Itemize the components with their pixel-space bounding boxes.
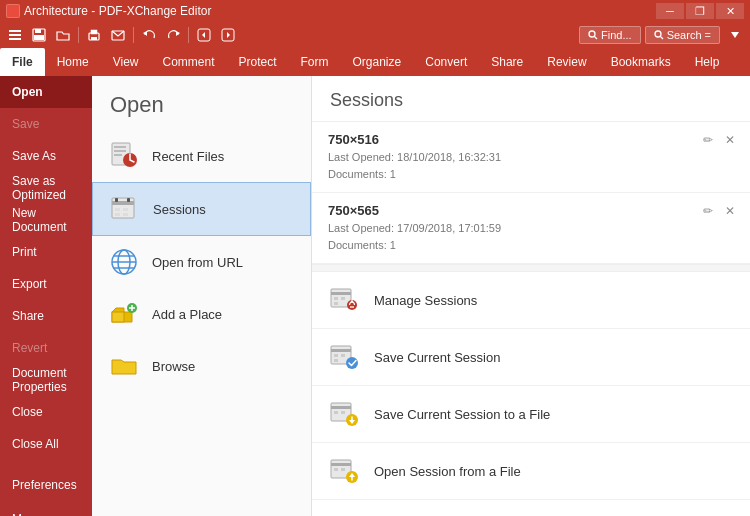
sidebar-item-save-as[interactable]: Save As (0, 140, 92, 172)
manage-sessions-action[interactable]: Manage Sessions (312, 272, 750, 329)
sessions-icon (109, 193, 141, 225)
session-item-1[interactable]: 750×516 Last Opened: 18/10/2018, 16:32:3… (312, 122, 750, 193)
sessions-title: Sessions (312, 76, 750, 122)
tab-comment[interactable]: Comment (150, 48, 226, 76)
tab-convert[interactable]: Convert (413, 48, 479, 76)
svg-rect-46 (341, 297, 345, 300)
svg-rect-1 (9, 34, 21, 36)
svg-rect-2 (9, 38, 21, 40)
tab-organize[interactable]: Organize (341, 48, 414, 76)
find-button[interactable]: Find... (579, 26, 641, 44)
nav-forward-button[interactable] (217, 25, 239, 45)
sidebar-item-share[interactable]: Share (0, 300, 92, 332)
quick-access-toolbar: Find... Search = (0, 22, 750, 48)
open-item-url[interactable]: Open from URL (92, 236, 311, 288)
minimize-button[interactable]: ─ (656, 3, 684, 19)
tab-bookmarks[interactable]: Bookmarks (599, 48, 683, 76)
title-bar: Architecture - PDF-XChange Editor ─ ❐ ✕ (0, 0, 750, 22)
sidebar-item-print[interactable]: Print (0, 236, 92, 268)
svg-line-19 (660, 37, 663, 40)
open-panel: Open Recent Files (92, 76, 312, 516)
browse-icon (108, 350, 140, 382)
svg-line-17 (595, 37, 598, 40)
sessions-panel: Sessions 750×516 Last Opened: 18/10/2018… (312, 76, 750, 516)
open-panel-title: Open (92, 76, 311, 130)
save-session-file-icon (328, 398, 360, 430)
svg-point-18 (655, 31, 661, 37)
tab-home[interactable]: Home (45, 48, 101, 76)
manage-sessions-label: Manage Sessions (374, 293, 477, 308)
session-1-name: 750×516 (328, 132, 734, 147)
svg-rect-32 (115, 213, 120, 216)
sidebar-item-export[interactable]: Export (0, 268, 92, 300)
svg-rect-45 (334, 297, 338, 300)
svg-rect-67 (341, 468, 345, 471)
print-quick-button[interactable] (83, 25, 105, 45)
tab-form[interactable]: Form (289, 48, 341, 76)
search-button[interactable]: Search = (645, 26, 720, 44)
sidebar-item-document-properties[interactable]: Document Properties (0, 364, 92, 396)
save-session-file-action[interactable]: Save Current Session to a File (312, 386, 750, 443)
tab-file[interactable]: File (0, 48, 45, 76)
save-session-action[interactable]: Save Current Session (312, 329, 750, 386)
session-2-actions: ✏ ✕ (700, 203, 738, 219)
sidebar-item-preferences[interactable]: Preferences (0, 468, 92, 502)
email-quick-button[interactable] (107, 25, 129, 45)
session-1-delete-button[interactable]: ✕ (722, 132, 738, 148)
svg-rect-22 (114, 146, 126, 148)
svg-rect-31 (123, 208, 128, 211)
search-label: Search = (667, 29, 711, 41)
main-content: Open Save Save As Save as Optimized New … (0, 76, 750, 516)
sidebar-item-manage-settings[interactable]: Manage Settings (0, 502, 92, 516)
redo-button[interactable] (162, 25, 184, 45)
svg-rect-44 (331, 292, 351, 295)
sidebar-item-close-all[interactable]: Close All (0, 428, 92, 460)
tab-help[interactable]: Help (683, 48, 732, 76)
svg-rect-60 (341, 411, 345, 414)
tab-share[interactable]: Share (479, 48, 535, 76)
open-item-add-place[interactable]: Add a Place (92, 288, 311, 340)
sidebar-item-save: Save (0, 108, 92, 140)
session-item-2[interactable]: 750×565 Last Opened: 17/09/2018, 17:01:5… (312, 193, 750, 264)
svg-point-49 (351, 300, 353, 302)
svg-rect-4 (35, 29, 41, 33)
save-session-file-label: Save Current Session to a File (374, 407, 550, 422)
svg-rect-53 (334, 354, 338, 357)
restore-button[interactable]: ❐ (686, 3, 714, 19)
svg-rect-55 (334, 359, 338, 362)
open-item-browse[interactable]: Browse (92, 340, 311, 392)
sidebar-item-open[interactable]: Open (0, 76, 92, 108)
tab-protect[interactable]: Protect (227, 48, 289, 76)
save-session-icon (328, 341, 360, 373)
app-menu-button[interactable] (4, 25, 26, 45)
manage-sessions-icon (328, 284, 360, 316)
tab-view[interactable]: View (101, 48, 151, 76)
sidebar: Open Save Save As Save as Optimized New … (0, 76, 92, 516)
svg-marker-13 (202, 32, 205, 38)
session-2-delete-button[interactable]: ✕ (722, 203, 738, 219)
window-title: Architecture - PDF-XChange Editor (24, 4, 211, 18)
svg-rect-52 (331, 349, 351, 352)
collapse-ribbon-button[interactable] (724, 25, 746, 45)
open-item-sessions[interactable]: Sessions (92, 182, 311, 236)
svg-rect-29 (127, 198, 130, 202)
svg-rect-33 (123, 213, 128, 216)
tab-review[interactable]: Review (535, 48, 598, 76)
sidebar-item-save-optimized[interactable]: Save as Optimized (0, 172, 92, 204)
save-quick-button[interactable] (28, 25, 50, 45)
close-button[interactable]: ✕ (716, 3, 744, 19)
svg-rect-23 (114, 150, 126, 152)
save-session-label: Save Current Session (374, 350, 500, 365)
session-2-edit-button[interactable]: ✏ (700, 203, 716, 219)
svg-rect-39 (112, 312, 124, 322)
undo-button[interactable] (138, 25, 160, 45)
open-item-recent-files[interactable]: Recent Files (92, 130, 311, 182)
open-session-file-label: Open Session from a File (374, 464, 521, 479)
open-session-file-action[interactable]: Open Session from a File (312, 443, 750, 500)
sidebar-item-close[interactable]: Close (0, 396, 92, 428)
session-1-edit-button[interactable]: ✏ (700, 132, 716, 148)
nav-back-button[interactable] (193, 25, 215, 45)
sidebar-item-revert: Revert (0, 332, 92, 364)
open-quick-button[interactable] (52, 25, 74, 45)
sidebar-item-new-document[interactable]: New Document (0, 204, 92, 236)
